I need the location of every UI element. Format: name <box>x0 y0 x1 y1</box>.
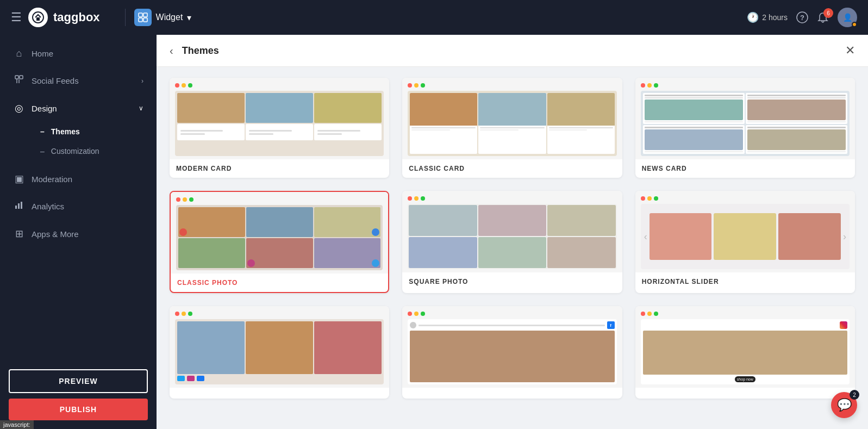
theme-card-fb-post[interactable]: f <box>402 306 622 399</box>
chat-icon: 💬 <box>837 398 852 412</box>
back-button[interactable]: ‹ <box>170 45 173 57</box>
avatar-status-dot <box>852 22 857 27</box>
sidebar-analytics-label: Analytics <box>32 202 143 211</box>
theme-card-social-feed[interactable] <box>170 306 389 399</box>
widget-selector[interactable]: Widget ▾ <box>134 9 192 26</box>
svg-rect-5 <box>143 18 147 22</box>
browser-dots <box>175 83 384 88</box>
dot-yellow <box>182 83 186 88</box>
svg-rect-9 <box>20 76 23 79</box>
clock-icon: 🕐 <box>747 11 759 23</box>
sidebar-item-analytics[interactable]: Analytics <box>0 192 157 220</box>
sidebar-item-design[interactable]: ◎ Design ∨ <box>0 95 157 122</box>
svg-rect-3 <box>143 13 147 17</box>
content-area: ‹ Themes ✕ <box>157 35 868 429</box>
theme-preview-fb-post: f <box>402 306 622 388</box>
sidebar-social-label: Social Feeds <box>32 76 135 85</box>
sidebar-actions: PREVIEW PUBLISH <box>0 360 157 429</box>
sidebar-item-home[interactable]: ⌂ Home <box>0 40 157 67</box>
dot-green <box>188 83 192 88</box>
close-button[interactable]: ✕ <box>845 43 855 58</box>
sidebar-nav: ⌂ Home Social Feeds › ◎ D <box>0 35 157 360</box>
app-logo: taggbox <box>28 8 100 27</box>
themes-list: MODERN CARD <box>170 78 855 399</box>
theme-label-social-feed <box>170 388 389 399</box>
navbar-right: 🕐 2 hours ? 6 👤 <box>747 8 857 27</box>
social-feeds-chevron: › <box>141 77 143 85</box>
home-icon: ⌂ <box>13 48 25 59</box>
design-chevron: ∨ <box>139 104 143 112</box>
widget-chevron: ▾ <box>187 13 191 23</box>
js-status-label: javascript: <box>0 420 34 429</box>
theme-label-fb-post <box>402 388 622 399</box>
hamburger-icon[interactable]: ☰ <box>11 10 22 24</box>
theme-preview-classic-card <box>402 78 622 159</box>
sidebar-home-label: Home <box>32 49 143 58</box>
browser-dots-5 <box>408 196 616 201</box>
svg-rect-14 <box>18 203 20 209</box>
theme-label-horizontal-slider: HORIZONTAL SLIDER <box>635 272 855 291</box>
sidebar-item-moderation[interactable]: ▣ Moderation <box>0 165 157 192</box>
moderation-icon: ▣ <box>13 173 25 185</box>
classic-photo-preview <box>176 205 383 270</box>
sidebar-customization-label: Customization <box>51 147 99 156</box>
sidebar-item-apps-more[interactable]: ⊞ Apps & More <box>0 220 157 247</box>
browser-dots-3 <box>641 83 850 88</box>
theme-preview-modern-card <box>170 78 389 159</box>
svg-rect-1 <box>36 17 40 21</box>
browser-dots-8 <box>408 312 616 316</box>
timer-btn[interactable]: 🕐 2 hours <box>747 11 788 23</box>
content-header: ‹ Themes ✕ <box>157 35 868 67</box>
theme-label-instagram <box>635 388 855 399</box>
avatar[interactable]: 👤 <box>838 8 857 27</box>
svg-text:?: ? <box>800 14 804 22</box>
timer-label: 2 hours <box>762 13 788 22</box>
modern-card-preview <box>175 91 384 156</box>
sidebar-themes-item[interactable]: – Themes <box>32 122 157 141</box>
theme-card-horizontal-slider[interactable]: ‹ › HORIZONTAL SLIDER <box>635 191 855 293</box>
theme-card-square-photo[interactable]: SQUARE PHOTO <box>402 191 622 293</box>
browser-dots-6 <box>641 196 850 201</box>
sidebar-customization-item[interactable]: – Customization <box>32 141 157 161</box>
chat-button[interactable]: 💬 2 <box>831 392 857 418</box>
logo-icon <box>28 8 48 27</box>
theme-label-news-card: NEWS CARD <box>635 159 855 178</box>
design-icon: ◎ <box>13 102 25 114</box>
themes-grid: MODERN CARD <box>157 67 868 429</box>
sidebar-themes-label: Themes <box>51 127 80 136</box>
nav-separator <box>125 9 126 26</box>
widget-label: Widget <box>156 13 183 22</box>
widget-icon <box>134 9 152 26</box>
svg-rect-2 <box>139 13 142 17</box>
sidebar-moderation-label: Moderation <box>32 175 143 184</box>
news-card-preview <box>641 91 850 156</box>
classic-card-preview <box>408 91 616 156</box>
theme-preview-news-card <box>635 78 855 159</box>
theme-card-news-card[interactable]: NEWS CARD <box>635 78 855 178</box>
theme-card-modern-card[interactable]: MODERN CARD <box>170 78 389 178</box>
svg-rect-15 <box>21 202 22 209</box>
browser-dots-7 <box>175 312 384 316</box>
notification-badge: 6 <box>823 8 833 18</box>
browser-dots-2 <box>408 83 616 88</box>
theme-card-classic-card[interactable]: CLASSIC CARD <box>402 78 622 178</box>
avatar-icon: 👤 <box>843 13 852 22</box>
chat-badge: 2 <box>850 390 859 400</box>
apps-icon: ⊞ <box>13 228 25 240</box>
svg-rect-8 <box>15 76 18 79</box>
analytics-icon <box>13 200 25 213</box>
theme-label-classic-photo: CLASSIC PHOTO <box>171 273 388 292</box>
notifications-btn[interactable]: 6 <box>817 11 829 23</box>
theme-card-classic-photo[interactable]: CLASSIC PHOTO <box>170 191 389 293</box>
publish-button[interactable]: PUBLISH <box>9 399 148 420</box>
sidebar-item-social-feeds[interactable]: Social Feeds › <box>0 67 157 95</box>
social-feed-preview <box>175 319 384 384</box>
theme-card-instagram[interactable]: shop now <box>635 306 855 399</box>
theme-preview-square-photo <box>402 191 622 272</box>
help-btn[interactable]: ? <box>796 11 808 23</box>
page-title: Themes <box>182 45 845 57</box>
preview-button[interactable]: PREVIEW <box>9 369 148 393</box>
theme-label-modern-card: MODERN CARD <box>170 159 389 178</box>
theme-preview-social-feed <box>170 306 389 388</box>
main-layout: ⌂ Home Social Feeds › ◎ D <box>0 35 868 429</box>
